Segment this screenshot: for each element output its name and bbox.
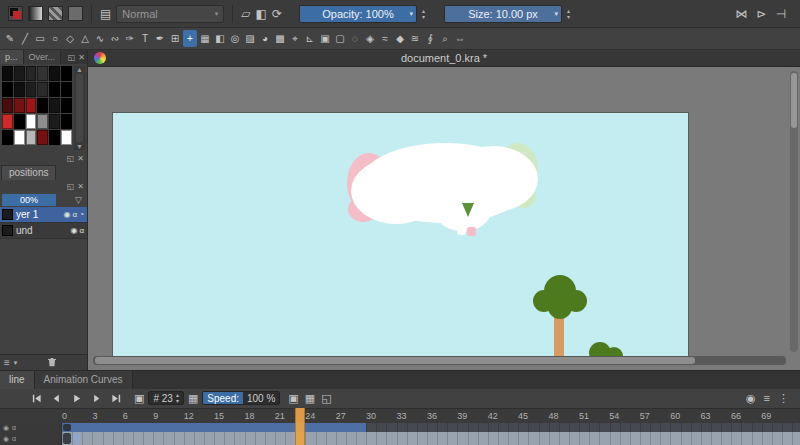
palette-swatch[interactable] [37, 130, 48, 145]
tool-dynamic-brush[interactable]: ✑ [123, 30, 137, 47]
palette-swatch[interactable] [26, 130, 37, 145]
tool-freehand-path[interactable]: ∾ [108, 30, 122, 47]
track-header-background[interactable]: ◉ α [0, 432, 62, 445]
tab-animation-curves[interactable]: Animation Curves [35, 371, 133, 389]
timeline-ruler[interactable]: 0 3 6 9 12 15 18 21 24 27 30 33 [0, 408, 800, 423]
next-frame-button[interactable] [88, 390, 104, 406]
alpha-lock-icon[interactable]: α [79, 226, 84, 235]
palette-swatch[interactable] [14, 98, 25, 113]
palette-swatch[interactable] [61, 130, 72, 145]
eraser-mode-icon[interactable]: ▱ [241, 8, 250, 20]
tool-text[interactable]: T [138, 30, 152, 47]
alpha-lock-icon[interactable]: α [12, 435, 16, 442]
dock-tab-overview[interactable]: Over... [24, 50, 62, 64]
tool-polygon-select[interactable]: ◈ [363, 30, 377, 47]
float-dock-icon[interactable]: ◱ [67, 182, 75, 191]
tool-polygon[interactable]: ◇ [63, 30, 77, 47]
opacity-spinner[interactable]: ▴▾ [422, 8, 425, 20]
layer-visibility-icon[interactable]: ◉ [3, 435, 9, 443]
current-frame-spinbox[interactable]: # 23 ▴▾ [148, 391, 183, 405]
tool-similar-select[interactable]: ≋ [408, 30, 422, 47]
chevron-down-icon[interactable]: ▾ [14, 359, 18, 367]
palette-swatch[interactable] [26, 114, 37, 129]
tool-bezier[interactable]: ∿ [93, 30, 107, 47]
palette-swatch[interactable] [49, 98, 60, 113]
tab-compositions[interactable]: positions [1, 165, 56, 180]
brush-editor-toggle[interactable] [68, 6, 83, 21]
palette-swatch[interactable] [14, 130, 25, 145]
palette-scrollbar[interactable]: ▲ ▼ [74, 66, 85, 150]
more-options-icon[interactable]: ⋮ [778, 392, 789, 405]
document-tab-title[interactable]: document_0.kra * [88, 52, 800, 64]
tool-reference-images[interactable]: ▣ [318, 30, 332, 47]
opacity-slider[interactable]: Opacity: 100% ▾ [299, 5, 417, 23]
tool-bezier-select[interactable]: ∮ [423, 30, 437, 47]
frame-display-icon[interactable]: ▦ [305, 392, 315, 405]
palette-swatch[interactable] [26, 98, 37, 113]
tool-freehand-select[interactable]: ≈ [378, 30, 392, 47]
audio-options-icon[interactable]: ◉ [746, 392, 756, 405]
palette-swatch[interactable] [26, 82, 37, 97]
palette-swatch[interactable] [49, 130, 60, 145]
tool-enclose-fill[interactable]: ▩ [273, 30, 287, 47]
close-dock-icon[interactable]: ✕ [77, 154, 84, 163]
palette-swatch[interactable] [2, 130, 13, 145]
track-grid-layer1[interactable] [62, 423, 800, 432]
blending-mode-dropdown[interactable]: Normal ▾ [116, 5, 224, 23]
palette-swatch[interactable] [2, 66, 13, 81]
layer-visibility-icon[interactable]: ◉ [3, 424, 9, 432]
palette-swatch[interactable] [49, 82, 60, 97]
palette-swatch[interactable] [26, 66, 37, 81]
float-dock-icon[interactable]: ◱ [67, 154, 75, 163]
palette-swatch[interactable] [2, 114, 13, 129]
alpha-lock-icon[interactable]: α [73, 210, 78, 219]
scrollbar-thumb[interactable] [95, 357, 695, 364]
palette-swatch[interactable] [49, 66, 60, 81]
palette-swatch[interactable] [37, 66, 48, 81]
float-dock-icon[interactable]: ◱ [68, 53, 76, 62]
drop-frames-toggle-icon[interactable]: ▣ [134, 392, 144, 405]
palette-swatch[interactable] [37, 114, 48, 129]
scroll-down-icon[interactable]: ▼ [76, 143, 83, 150]
keyframe-frame-1[interactable] [73, 433, 81, 444]
palette-swatch[interactable] [37, 82, 48, 97]
playback-speed-field[interactable]: Speed: 100 % [202, 391, 280, 405]
tool-pan[interactable]: ⇔ [453, 30, 467, 47]
palette-swatch[interactable] [2, 82, 13, 97]
palette-swatch[interactable] [61, 98, 72, 113]
playhead[interactable] [295, 408, 305, 445]
tool-ellipse[interactable]: ○ [48, 30, 62, 47]
layer-menu-icon[interactable]: ≡ [4, 357, 10, 368]
palette-swatch[interactable] [49, 114, 60, 129]
canvas-horizontal-scrollbar[interactable] [93, 356, 786, 365]
tool-edit-shapes[interactable]: ✒ [153, 30, 167, 47]
alpha-lock-icon[interactable]: α [12, 424, 16, 431]
tool-rectangle[interactable]: ▭ [33, 30, 47, 47]
layer-visibility-icon[interactable]: ◉ [64, 210, 71, 219]
inherit-alpha-icon[interactable]: ◔ [79, 210, 84, 219]
layer-row-paint-layer-1[interactable]: yer 1 ◉ α ◔ [0, 207, 87, 223]
tool-polyline[interactable]: △ [78, 30, 92, 47]
layer-filter-icon[interactable]: ▽ [75, 195, 85, 205]
tool-freehand-brush[interactable]: ✎ [3, 30, 17, 47]
canvas[interactable] [113, 113, 688, 359]
palette-swatch[interactable] [61, 66, 72, 81]
scroll-up-icon[interactable]: ▲ [76, 66, 83, 73]
tool-ellipse-select[interactable]: ◌ [348, 30, 362, 47]
close-dock-icon[interactable]: ✕ [78, 53, 85, 62]
wrap-around-icon[interactable]: ⊳ [756, 8, 766, 20]
tool-crop[interactable]: ▦ [198, 30, 212, 47]
tool-assistants[interactable]: ⌖ [288, 30, 302, 47]
fg-bg-color-swatch[interactable] [8, 6, 23, 21]
tool-contiguous-select[interactable]: ◆ [393, 30, 407, 47]
track-header-layer1[interactable]: ◉ α [0, 423, 62, 432]
brush-size-slider[interactable]: Size: 10.00 px ▾ [444, 5, 562, 23]
tool-pattern[interactable]: ▨ [243, 30, 257, 47]
workspace-chooser-icon[interactable]: ⊣ [776, 8, 786, 20]
play-button[interactable] [68, 390, 84, 406]
tool-rect-select[interactable]: ▢ [333, 30, 347, 47]
pattern-chooser[interactable] [48, 6, 63, 21]
layer-visibility-icon[interactable]: ◉ [70, 226, 77, 235]
keyframe-frame-0[interactable] [63, 433, 71, 444]
tab-timeline[interactable]: line [0, 371, 35, 389]
